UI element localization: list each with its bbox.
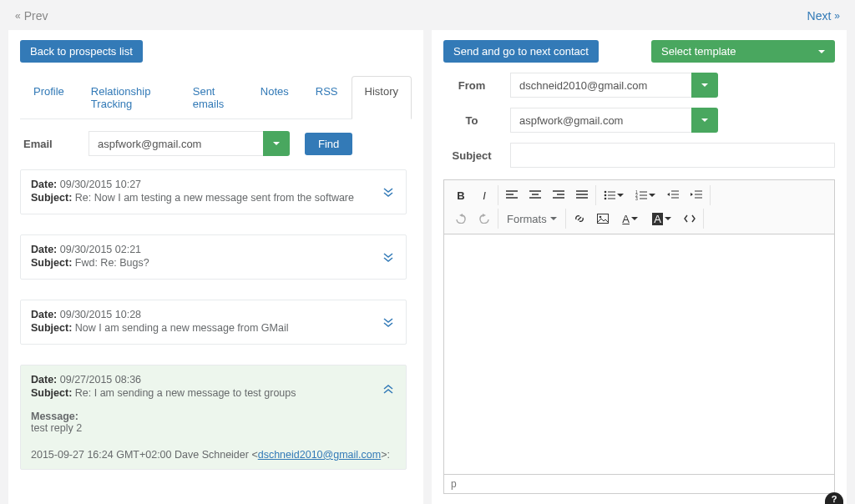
chevron-down-icon — [649, 194, 655, 197]
next-label: Next — [807, 9, 832, 23]
text-color-button[interactable]: A — [615, 209, 646, 229]
subject-label: Subject: — [31, 387, 72, 399]
history-item-expanded[interactable]: Date: 09/27/2015 08:36 Subject: Re: I am… — [20, 365, 407, 470]
quote-prefix: 2015-09-27 16:24 GMT+02:00 Dave Schneide… — [31, 449, 258, 461]
svg-point-7 — [599, 216, 601, 219]
formats-dropdown[interactable]: Formats — [500, 209, 564, 229]
subject-label: Subject: — [31, 192, 72, 204]
chevron-down-icon — [273, 142, 280, 145]
left-panel: Back to prospects list Profile Relations… — [8, 30, 423, 504]
chevron-double-right-icon: » — [834, 11, 840, 21]
email-label: Email — [20, 138, 73, 150]
quote-email-link[interactable]: dschneid2010@gmail.com — [258, 449, 382, 461]
code-button[interactable] — [678, 209, 701, 229]
chevron-double-left-icon: « — [15, 11, 21, 21]
chevron-down-icon — [631, 217, 638, 220]
date-label: Date: — [31, 244, 57, 255]
italic-button[interactable]: I — [473, 185, 496, 205]
to-input[interactable] — [510, 108, 692, 133]
email-input[interactable] — [89, 131, 264, 156]
align-center-button[interactable] — [524, 185, 547, 205]
tab-profile[interactable]: Profile — [20, 76, 78, 119]
bullet-list-button[interactable] — [598, 185, 630, 205]
history-list: Date: 09/30/2015 10:27 Subject: Re: Now … — [20, 169, 412, 494]
find-button[interactable]: Find — [305, 133, 352, 155]
editor-toolbar: B I 123 — [444, 180, 834, 234]
send-button[interactable]: Send and go to next contact — [443, 40, 599, 63]
tab-rss[interactable]: RSS — [302, 76, 352, 119]
subject-input[interactable] — [510, 143, 835, 168]
formats-label: Formats — [507, 213, 547, 225]
message-label: Message: — [31, 411, 78, 422]
select-template-dropdown[interactable]: Select template — [651, 40, 835, 63]
tab-relationship-tracking[interactable]: Relationship Tracking — [78, 76, 180, 119]
svg-point-2 — [605, 198, 607, 200]
subject-value: Fwd: Re: Bugs? — [75, 257, 149, 269]
prev-link[interactable]: «Prev — [15, 5, 48, 27]
bg-color-button[interactable]: A — [646, 209, 678, 229]
to-dropdown-button[interactable] — [691, 108, 718, 133]
help-button[interactable]: ? — [825, 492, 843, 504]
undo-button[interactable] — [449, 209, 473, 229]
from-input[interactable] — [510, 73, 692, 98]
rich-text-editor: B I 123 — [443, 179, 835, 494]
history-item[interactable]: Date: 09/30/2015 10:28 Subject: Now I am… — [20, 300, 407, 345]
right-panel: Send and go to next contact Select templ… — [432, 30, 847, 504]
subject-label: Subject: — [31, 257, 72, 269]
expand-icon[interactable] — [382, 186, 394, 198]
numbered-list-button[interactable]: 123 — [630, 185, 661, 205]
date-value: 09/30/2015 10:27 — [60, 179, 141, 190]
subject-label: Subject — [443, 149, 510, 162]
tab-notes[interactable]: Notes — [247, 76, 302, 119]
chevron-down-icon — [617, 194, 624, 197]
subject-value: Now I am sending a new message from GMai… — [75, 322, 289, 334]
align-right-button[interactable] — [547, 185, 570, 205]
align-left-button[interactable] — [500, 185, 524, 205]
chevron-down-icon — [701, 118, 708, 122]
image-button[interactable] — [591, 209, 615, 229]
message-text: test reply 2 — [31, 422, 396, 434]
expand-icon[interactable] — [382, 251, 394, 263]
message-body: Message: test reply 2 2015-09-27 16:24 G… — [31, 411, 396, 461]
chevron-down-icon — [818, 50, 825, 53]
chevron-down-icon — [665, 217, 671, 220]
date-label: Date: — [31, 374, 57, 386]
link-button[interactable] — [568, 209, 591, 229]
date-value: 09/27/2015 08:36 — [60, 374, 141, 386]
editor-status-bar: p — [444, 474, 834, 493]
subject-label: Subject: — [31, 322, 72, 334]
to-label: To — [443, 114, 510, 127]
svg-rect-6 — [597, 214, 608, 224]
quote-suffix: >: — [381, 449, 390, 461]
next-link[interactable]: Next» — [807, 5, 840, 27]
subject-value: Re: Now I am testing a new message sent … — [75, 192, 354, 204]
align-justify-button[interactable] — [570, 185, 594, 205]
svg-point-0 — [605, 191, 607, 194]
from-dropdown-button[interactable] — [691, 73, 718, 98]
svg-point-1 — [605, 194, 607, 197]
expand-icon[interactable] — [382, 316, 394, 328]
redo-button[interactable] — [473, 209, 496, 229]
tab-history[interactable]: History — [352, 76, 412, 119]
prev-label: Prev — [24, 9, 48, 23]
from-label: From — [443, 79, 510, 92]
tab-sent-emails[interactable]: Sent emails — [180, 76, 247, 119]
outdent-button[interactable] — [661, 185, 685, 205]
date-value: 09/30/2015 10:28 — [60, 309, 141, 320]
back-to-prospects-button[interactable]: Back to prospects list — [20, 40, 143, 63]
subject-value: Re: I am sending a new message to test g… — [75, 387, 296, 399]
bold-button[interactable]: B — [449, 185, 473, 205]
history-item[interactable]: Date: 09/30/2015 02:21 Subject: Fwd: Re:… — [20, 234, 407, 280]
collapse-icon[interactable] — [382, 384, 394, 396]
email-dropdown-button[interactable] — [263, 131, 290, 156]
editor-textarea[interactable] — [444, 234, 834, 474]
date-label: Date: — [31, 309, 57, 320]
tabs: Profile Relationship Tracking Sent email… — [20, 76, 412, 119]
date-label: Date: — [31, 179, 57, 190]
chevron-down-icon — [701, 83, 708, 87]
history-item[interactable]: Date: 09/30/2015 10:27 Subject: Re: Now … — [20, 169, 407, 214]
indent-button[interactable] — [685, 185, 708, 205]
chevron-down-icon — [550, 217, 557, 220]
select-template-label: Select template — [661, 45, 736, 58]
date-value: 09/30/2015 02:21 — [60, 244, 141, 255]
